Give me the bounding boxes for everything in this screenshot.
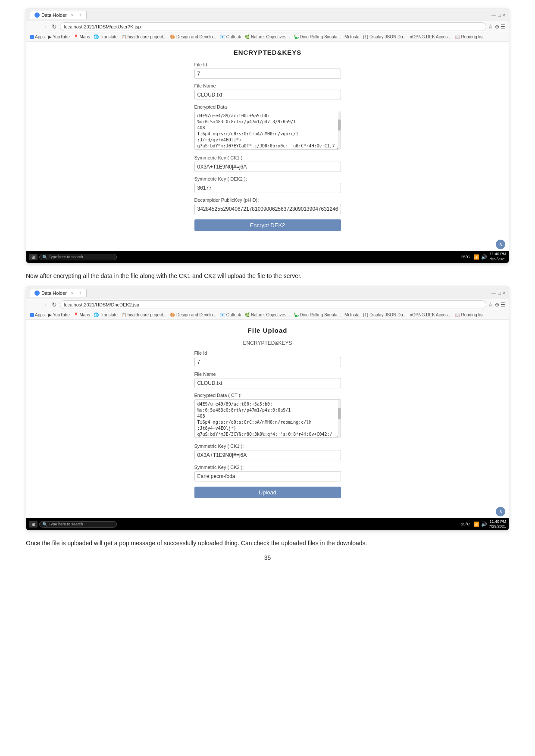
start-btn-1[interactable]: ⊞ [29,254,38,260]
bookmark-apps-2[interactable]: Apps [30,312,45,317]
taskbar-search-input-2[interactable] [49,522,114,526]
bookmark-outlook-1[interactable]: 📧 Outlook [220,34,241,39]
ext-icon-1[interactable]: ⊕ [495,24,499,30]
sym-key2-group-1: Symmetric Key ( DEK2 ): [194,176,341,193]
taskbar-time-2: 11:40 PM [489,519,506,525]
back-btn-1[interactable]: ← [30,23,38,30]
taskbar-icons-2: 25°C 📶 🔊 11:40 PM 7/29/2021 [461,519,506,529]
bookmark-dino-1[interactable]: 🦕 Dino Rolling Simula... [294,34,341,39]
bookmark-translate-2[interactable]: 🌐 Translate [94,312,118,317]
bookmark-translate-1[interactable]: 🌐 Translate [94,34,118,39]
bookmark-outlook-2[interactable]: 📧 Outlook [220,312,241,317]
scrollbar-thumb-1[interactable] [338,119,341,131]
scroll-up-btn-2[interactable]: ∧ [496,507,505,516]
refresh-btn-1[interactable]: ↻ [50,23,58,30]
bookmarks-bar-1: Apps ▶ YouTube 📍 Maps 🌐 Translate 📋 heal… [26,32,509,42]
scroll-up-btn-1[interactable]: ∧ [496,240,505,249]
bookmark-mi-2[interactable]: Mi Insta [344,312,360,317]
bookmark-mi-1[interactable]: Mi Insta [344,34,360,39]
window-close-2[interactable]: × [503,291,505,296]
bookmark-design-2[interactable]: 🎨 Design and Develo... [170,312,216,317]
bookmark-youtube-1[interactable]: ▶ YouTube [48,34,70,39]
browser-tab-1[interactable]: Data Holder × + [30,11,87,19]
decamplder-group-1: Decamplder PublicKey (pH D): [194,197,341,214]
decamplder-input-1[interactable] [194,204,341,214]
taskbar-search-box-2[interactable]: 🔍 [39,521,117,528]
taskbar-icon-wifi-2: 📶 [473,522,479,527]
bookmark-apps-1[interactable]: Apps [30,34,45,39]
bookmark-maps-1[interactable]: 📍 Maps [73,34,90,39]
tab-icon-1 [34,12,40,18]
taskbar-2: ⊞ 🔍 25°C 📶 🔊 11:40 PM 7/29/2021 [26,518,509,530]
file-name-input-1[interactable] [194,90,341,100]
file-id-label-2: File Id [194,350,341,356]
ext-icon-2[interactable]: ☰ [501,24,505,30]
bookmark-json-1[interactable]: (1) Display JSON Da... [363,34,407,39]
enc-data-wrapper-2: d4E9/u+e49/89/ac:t00:+5a5:b0: %u:0:5a483… [194,399,341,439]
encrypt-btn-1[interactable]: Encrypt DEK2 [194,219,341,231]
new-tab-btn-1[interactable]: + [79,12,82,18]
forward-btn-1[interactable]: → [40,23,49,30]
taskbar-search-input-1[interactable] [49,255,114,259]
tab-close-2[interactable]: × [71,291,74,296]
bookmark-reading-1[interactable]: 📖 Reading list [455,34,484,39]
window-maximize-1[interactable]: □ [498,12,501,18]
extension-icons-2: ⊕ ☰ [495,302,505,308]
window-controls-1: — □ × [491,12,505,18]
file-name-group-2: File Name [194,372,341,388]
ext-icon-3[interactable]: ⊕ [495,302,499,308]
enc-data-group-1: Encrypted Data d4E9/u+e4/89/ac:t00:+5a5:… [194,104,341,151]
sym-key2-input-1[interactable] [194,183,341,193]
window-maximize-2[interactable]: □ [498,291,501,296]
scrollbar-thumb-2[interactable] [338,408,341,419]
refresh-btn-2[interactable]: ↻ [50,301,58,308]
tab-close-1[interactable]: × [71,13,74,18]
address-bar-2[interactable] [60,300,486,309]
window-close-1[interactable]: × [503,12,505,18]
window-controls-2: — □ × [491,291,505,296]
file-name-input-2[interactable] [194,378,341,388]
enc-data-label-2: Encrypted Data ( CT ): [194,393,341,398]
bookmark-design-1[interactable]: 🎨 Design and Develo... [170,34,216,39]
bookmark-json-2[interactable]: (1) Display JSON Da... [363,312,407,317]
sym-key1-input-1[interactable] [194,162,341,172]
bookmark-xopng-2[interactable]: xOPNG.DEK Acces... [410,312,451,317]
bookmark-nature-1[interactable]: 🌿 Nature: Objectives... [244,34,290,39]
sym-key1-input-2[interactable] [194,450,341,460]
sym-key2-label-1: Symmetric Key ( DEK2 ): [194,176,341,181]
bookmark-dino-2[interactable]: 🦕 Dino Rolling Simula... [294,312,341,317]
bookmark-reading-2[interactable]: 📖 Reading list [455,312,484,317]
taskbar-1: ⊞ 🔍 25°C 📶 🔊 11:40 PM 7/29/2021 [26,251,509,263]
window-minimize-1[interactable]: — [491,12,496,18]
sym-key1-group-1: Symmetric Key ( CK1 ): [194,155,341,172]
bookmark-nature-2[interactable]: 🌿 Nature: Objectives... [244,312,290,317]
bookmark-health-2[interactable]: 📋 health care project... [121,312,166,317]
bookmark-youtube-2[interactable]: ▶ YouTube [48,312,70,317]
taskbar-search-box-1[interactable]: 🔍 [39,254,117,260]
sym-key2-group-2: Symmetric Key ( CK2 ): [194,465,341,481]
upload-btn-2[interactable]: Upload [194,487,341,498]
sym-key2-input-2[interactable] [194,471,341,481]
start-btn-2[interactable]: ⊞ [29,521,38,528]
taskbar-icon-wifi: 📶 [473,254,479,260]
bookmark-star-2[interactable]: ☆ [488,301,493,308]
window-minimize-2[interactable]: — [491,291,496,296]
browser-tab-2[interactable]: Data Holder × + [30,289,87,297]
forward-btn-2[interactable]: → [40,301,49,308]
bookmark-star-1[interactable]: ☆ [488,23,493,30]
new-tab-btn-2[interactable]: + [79,290,82,296]
ext-icon-4[interactable]: ☰ [501,302,505,308]
browser-titlebar-2: Data Holder × + — □ × [26,287,509,299]
browser-toolbar-2: ← → ↻ ☆ ⊕ ☰ [26,299,509,310]
file-id-input-2[interactable] [194,357,341,367]
enc-data-textarea-2[interactable]: d4E9/u+e49/89/ac:t00:+5a5:b0: %u:0:5a483… [194,399,341,438]
enc-data-textarea-1[interactable]: d4E9/u+e4/89/ac:t00:+5a5:b0: %u:0:5a483c… [194,111,341,150]
page-number: 35 [26,554,509,561]
bookmark-health-1[interactable]: 📋 health care project... [121,34,166,39]
bookmark-maps-2[interactable]: 📍 Maps [73,312,90,317]
address-bar-1[interactable] [60,22,486,31]
bookmark-xopng-1[interactable]: xOPNG.DEK Acces... [410,34,451,39]
taskbar-icon-sound-2: 🔊 [481,522,487,527]
file-id-input-1[interactable] [194,69,341,79]
back-btn-2[interactable]: ← [30,301,38,308]
